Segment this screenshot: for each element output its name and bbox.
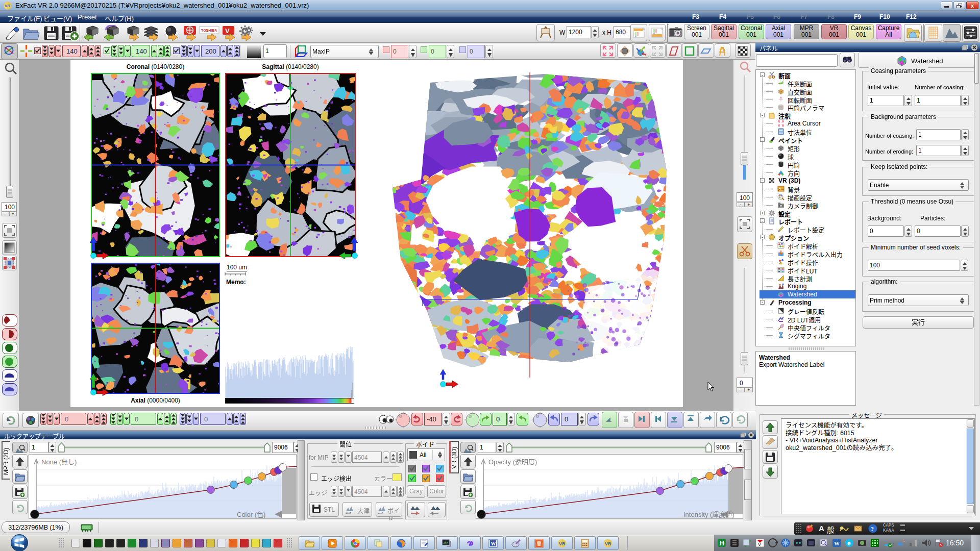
svg-text:V: V xyxy=(225,27,230,35)
svg-text:VR: VR xyxy=(605,541,611,546)
svg-text:?: ? xyxy=(871,525,874,533)
svg-text:VR: VR xyxy=(559,541,566,546)
svg-text:W: W xyxy=(834,540,840,546)
svg-text:e: e xyxy=(847,540,851,547)
svg-text:V: V xyxy=(758,542,761,547)
svg-text:VR: VR xyxy=(5,4,10,8)
svg-text:W: W xyxy=(491,541,496,546)
svg-text:TOSHIBA: TOSHIBA xyxy=(201,29,217,32)
svg-text:H: H xyxy=(720,540,724,547)
